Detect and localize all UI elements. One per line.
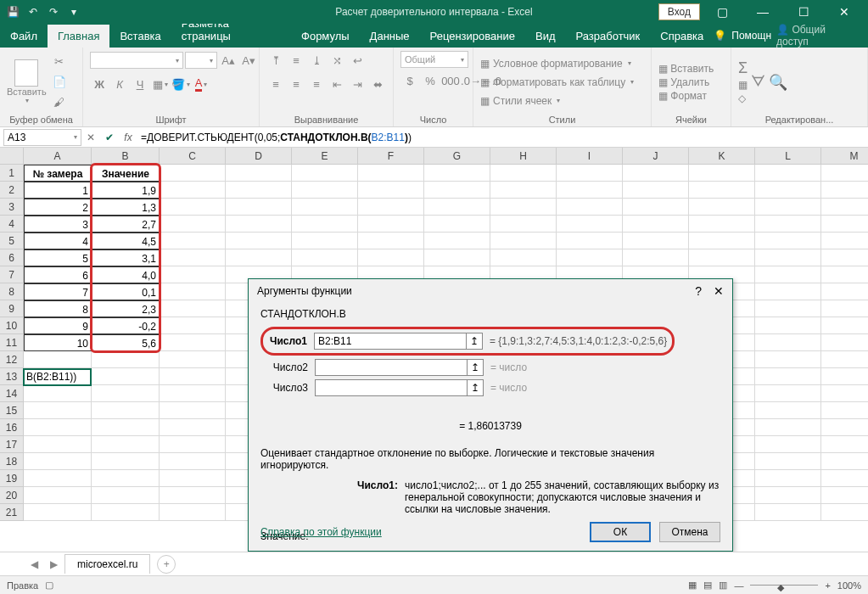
cell[interactable] (24, 385, 92, 402)
cell[interactable] (821, 216, 868, 233)
cell[interactable] (160, 487, 226, 504)
cell[interactable] (160, 368, 226, 385)
cell[interactable] (358, 182, 424, 199)
cell[interactable] (92, 419, 160, 436)
cell[interactable] (24, 402, 92, 419)
cell[interactable] (160, 470, 226, 487)
cell[interactable] (821, 300, 868, 317)
cell[interactable] (755, 165, 821, 182)
cell[interactable]: В(B2:B11)) (24, 368, 92, 385)
arg1-range-picker-icon[interactable]: ↥ (466, 333, 483, 350)
row-header[interactable]: 19 (0, 470, 24, 487)
cell[interactable] (755, 334, 821, 351)
cell[interactable] (424, 199, 490, 216)
tab-developer[interactable]: Разработчик (566, 25, 651, 48)
cell[interactable] (160, 199, 226, 216)
row-header[interactable]: 2 (0, 182, 24, 199)
cell[interactable] (821, 199, 868, 216)
cell[interactable] (755, 368, 821, 385)
cell[interactable] (821, 402, 868, 419)
cell-styles-button[interactable]: ▦ Стили ячеек▾ (480, 95, 634, 107)
autosum-icon[interactable]: Σ (738, 59, 748, 77)
row-header[interactable]: 3 (0, 199, 24, 216)
cell[interactable] (755, 249, 821, 266)
italic-icon[interactable]: К (110, 75, 129, 93)
cell[interactable] (689, 249, 755, 266)
cell[interactable] (755, 385, 821, 402)
number-format-combo[interactable]: Общий▾ (400, 51, 468, 68)
cell[interactable] (821, 385, 868, 402)
cell[interactable] (226, 199, 292, 216)
cell[interactable] (160, 436, 226, 453)
undo-icon[interactable]: ↶ (25, 6, 41, 18)
find-icon[interactable]: 🔍 (769, 73, 787, 92)
cell[interactable] (292, 199, 358, 216)
row-header[interactable]: 9 (0, 300, 24, 317)
col-header[interactable]: H (490, 148, 557, 165)
cell[interactable] (557, 165, 623, 182)
cell[interactable] (623, 216, 689, 233)
clear-icon[interactable]: ◇ (738, 92, 748, 104)
cell[interactable] (490, 249, 557, 266)
row-header[interactable]: 11 (0, 334, 24, 351)
cell[interactable] (160, 334, 226, 351)
conditional-format-button[interactable]: ▦ Условное форматирование▾ (480, 58, 634, 70)
row-header[interactable]: 16 (0, 419, 24, 436)
row-header[interactable]: 17 (0, 436, 24, 453)
cell[interactable] (226, 165, 292, 182)
enter-formula-icon[interactable]: ✔ (100, 132, 119, 143)
paste-button[interactable]: Вставить ▾ (7, 59, 47, 104)
cell[interactable] (821, 368, 868, 385)
cell[interactable] (92, 453, 160, 470)
zoom-out-icon[interactable]: — (734, 580, 743, 591)
cell[interactable] (623, 199, 689, 216)
col-header[interactable]: M (821, 148, 868, 165)
dialog-close-icon[interactable]: ✕ (714, 284, 724, 298)
cell[interactable] (160, 266, 226, 283)
zoom-level[interactable]: 100% (837, 580, 861, 591)
cell[interactable] (424, 233, 490, 249)
percent-icon[interactable]: % (421, 71, 440, 90)
cell[interactable] (358, 165, 424, 182)
arg3-input[interactable] (315, 379, 468, 396)
row-header[interactable]: 14 (0, 385, 24, 402)
cell[interactable]: 8 (24, 300, 92, 317)
cell[interactable]: № замера (24, 165, 92, 182)
cell[interactable] (821, 436, 868, 453)
save-icon[interactable]: 💾 (5, 6, 20, 18)
align-middle-icon[interactable]: ≡ (287, 51, 305, 70)
cell[interactable] (292, 216, 358, 233)
cell[interactable] (689, 165, 755, 182)
cell[interactable] (424, 182, 490, 199)
cell[interactable] (24, 487, 92, 504)
cell[interactable] (490, 199, 557, 216)
cell[interactable] (160, 504, 226, 521)
cell[interactable] (490, 182, 557, 199)
align-center-icon[interactable]: ≡ (287, 75, 305, 93)
name-box[interactable]: A13▾ (3, 129, 81, 146)
cut-icon[interactable]: ✂ (50, 53, 69, 71)
ok-button[interactable]: ОК (590, 522, 651, 542)
align-bottom-icon[interactable]: ⤓ (307, 51, 326, 70)
cell[interactable] (292, 165, 358, 182)
cell[interactable] (755, 436, 821, 453)
worksheet-grid[interactable]: ABCDEFGHIJKLM1№ замераЗначение211,9321,3… (0, 148, 868, 552)
arg2-range-picker-icon[interactable]: ↥ (467, 359, 484, 376)
font-color-icon[interactable]: A▾ (192, 75, 210, 93)
sort-filter-icon[interactable]: ᗊ (751, 73, 765, 91)
cell[interactable]: 7 (24, 283, 92, 300)
col-header[interactable]: B (92, 148, 160, 165)
row-header[interactable]: 6 (0, 249, 24, 266)
format-cells-button[interactable]: ▦ Формат (658, 90, 714, 102)
col-header[interactable]: I (557, 148, 623, 165)
indent-dec-icon[interactable]: ⇤ (328, 75, 346, 93)
cell[interactable] (755, 402, 821, 419)
cell[interactable] (160, 233, 226, 249)
tellme-icon[interactable]: 💡 (714, 30, 726, 42)
col-header[interactable]: E (292, 148, 358, 165)
cell[interactable] (358, 216, 424, 233)
cell[interactable] (821, 470, 868, 487)
cell[interactable]: 4 (24, 233, 92, 249)
row-header[interactable]: 10 (0, 317, 24, 334)
underline-icon[interactable]: Ч (131, 75, 149, 93)
